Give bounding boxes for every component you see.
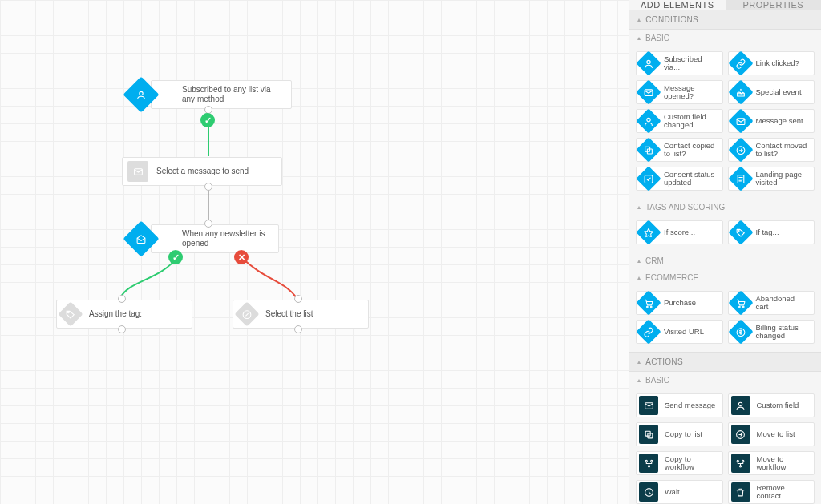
palette-conditions-tags: If score...If tag...	[629, 216, 821, 252]
node-label: When any newsletter is opened	[182, 229, 267, 248]
tab-label: PROPERTIES	[742, 0, 803, 10]
star-icon	[636, 220, 661, 244]
cart-icon	[636, 290, 661, 315]
move-icon	[728, 137, 753, 162]
copy-icon	[636, 137, 661, 162]
tag-icon	[58, 301, 83, 326]
palette-item-label: Copy to workflow	[665, 455, 718, 472]
node-assign-tag[interactable]: Assign the tag:	[56, 300, 192, 329]
palette-item-label: Move to workflow	[757, 455, 810, 472]
cart-icon	[728, 290, 753, 315]
palette-item-label: Custom field	[757, 401, 799, 409]
svg-point-14	[647, 306, 649, 308]
subsection-actions-basic[interactable]: ▴BASIC	[629, 372, 821, 389]
caret-icon: ▴	[637, 204, 641, 211]
palette-move-to-workflow[interactable]: Move to workflow	[728, 451, 815, 475]
status-err-icon: ✕	[234, 250, 249, 264]
sidebar: ADD ELEMENTS PROPERTIES ▴CONDITIONS ▴BAS…	[629, 0, 821, 504]
palette-contact-moved-to-list[interactable]: Contact moved to list?	[728, 138, 815, 162]
svg-rect-5	[645, 89, 653, 95]
svg-point-4	[647, 60, 650, 63]
link-icon	[636, 319, 661, 344]
svg-point-16	[738, 306, 740, 308]
section-conditions[interactable]: ▴CONDITIONS	[629, 10, 821, 30]
user-icon	[731, 396, 750, 415]
port[interactable]	[204, 220, 212, 228]
palette-item-label: Subscribed via...	[664, 55, 718, 72]
section-label: BASIC	[645, 376, 669, 385]
trash-icon	[731, 482, 750, 502]
palette-custom-field-changed[interactable]: Custom field changed	[636, 109, 723, 133]
palette-item-label: Message sent	[756, 117, 803, 125]
palette-item-label: Landing page visited	[756, 171, 810, 187]
sidebar-tabs: ADD ELEMENTS PROPERTIES	[629, 0, 821, 10]
palette-consent-status-updated[interactable]: Consent status updated	[636, 167, 723, 191]
tab-label: ADD ELEMENTS	[641, 0, 714, 10]
caret-icon: ▴	[637, 16, 641, 23]
caret-icon: ▴	[637, 358, 641, 365]
move-icon	[731, 425, 750, 444]
node-select-list[interactable]: Select the list	[233, 300, 369, 329]
palette-item-label: If score...	[664, 228, 695, 236]
palette-item-label: Move to list	[757, 430, 795, 438]
caret-icon: ▴	[637, 257, 641, 264]
section-label: ACTIONS	[645, 357, 683, 366]
palette-special-event[interactable]: Special event	[728, 80, 815, 104]
user-icon	[636, 50, 661, 75]
svg-rect-11	[645, 175, 653, 183]
palette-link-clicked[interactable]: Link clicked?	[728, 51, 815, 75]
palette-wait[interactable]: Wait	[636, 480, 723, 504]
list-icon	[234, 301, 259, 326]
tab-properties[interactable]: PROPERTIES	[726, 0, 822, 10]
user-icon	[636, 108, 661, 133]
port[interactable]	[118, 295, 126, 303]
palette-subscribed-via[interactable]: Subscribed via...	[636, 51, 723, 75]
node-label: Select a message to send	[156, 167, 249, 176]
palette-abandoned-cart[interactable]: Abandoned cart	[728, 291, 815, 315]
node-subscribed-trigger[interactable]: Subscribed to any list via any method	[151, 80, 292, 109]
node-label: Select the list	[265, 309, 313, 319]
palette-remove-contact[interactable]: Remove contact	[728, 480, 815, 504]
dollar-icon	[728, 319, 753, 344]
palette-move-to-list[interactable]: Move to list	[728, 422, 815, 446]
palette-purchase[interactable]: Purchase	[636, 291, 723, 315]
palette-send-message[interactable]: Send message	[636, 393, 723, 417]
palette-if-tag[interactable]: If tag...	[728, 220, 815, 244]
palette-billing-status-changed[interactable]: Billing status changed	[728, 320, 815, 344]
subsection-basic[interactable]: ▴BASIC	[629, 30, 821, 46]
palette-landing-page-visited[interactable]: Landing page visited	[728, 167, 815, 191]
palette-custom-field[interactable]: Custom field	[728, 393, 815, 417]
node-label: Subscribed to any list via any method	[182, 85, 280, 104]
palette-message-opened[interactable]: Message opened?	[636, 80, 723, 104]
palette-copy-to-list[interactable]: Copy to list	[636, 422, 723, 446]
section-actions[interactable]: ▴ACTIONS	[629, 352, 821, 372]
copy-icon	[639, 425, 658, 444]
subsection-crm[interactable]: ▴CRM	[629, 252, 821, 269]
connector-layer	[0, 0, 629, 504]
mail-icon	[639, 396, 658, 415]
subsection-ecommerce[interactable]: ▴ECOMMERCE	[629, 269, 821, 286]
section-label: ECOMMERCE	[645, 273, 698, 282]
subsection-tags-scoring[interactable]: ▴TAGS AND SCORING	[629, 199, 821, 216]
port[interactable]	[294, 325, 302, 333]
svg-point-6	[647, 118, 650, 121]
palette-if-score[interactable]: If score...	[636, 220, 723, 244]
palette-visited-url[interactable]: Visited URL	[636, 320, 723, 344]
palette-copy-to-workflow[interactable]: Copy to workflow	[636, 451, 723, 475]
palette-item-label: Remove contact	[757, 484, 810, 501]
port[interactable]	[118, 325, 126, 333]
clock-icon	[639, 482, 658, 502]
node-newsletter-opened[interactable]: When any newsletter is opened	[151, 224, 279, 253]
status-ok-icon: ✓	[168, 250, 183, 264]
palette-contact-copied-to-list[interactable]: Contact copied to list?	[636, 138, 723, 162]
palette-item-label: Wait	[665, 488, 680, 496]
palette-message-sent[interactable]: Message sent	[728, 109, 815, 133]
port[interactable]	[294, 295, 302, 303]
node-select-message[interactable]: Select a message to send	[122, 157, 282, 186]
tab-add-elements[interactable]: ADD ELEMENTS	[629, 0, 726, 10]
palette-item-label: Contact copied to list?	[664, 142, 718, 159]
status-ok-icon: ✓	[200, 113, 215, 127]
palette-conditions-basic: Subscribed via...Link clicked?Message op…	[629, 46, 821, 199]
workflow-canvas[interactable]: Subscribed to any list via any method ✓ …	[0, 0, 629, 504]
port[interactable]	[204, 183, 212, 191]
